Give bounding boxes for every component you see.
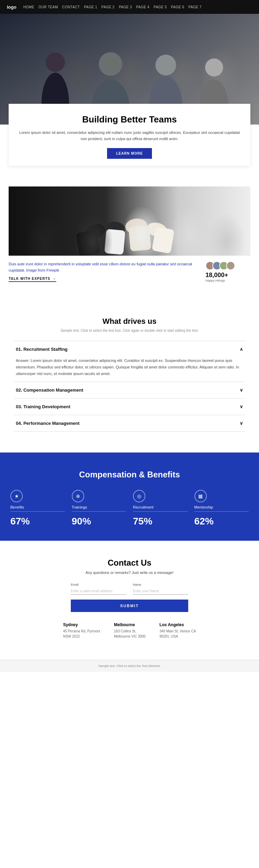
accordion-item-4: 04. Performance Management ∨ xyxy=(14,415,245,432)
svg-rect-17 xyxy=(152,227,174,254)
accordion-header-1[interactable]: 01. Recruitment Staffing ∧ xyxy=(14,341,245,357)
benefit-item-3: ◎ Recruitment 75% xyxy=(133,490,188,527)
learn-more-button[interactable]: LEARN MORE xyxy=(107,148,152,159)
benefits-section: Compensation & Benefits ★ Benefits 67% ⊕… xyxy=(0,453,259,541)
office-los-angeles: Los Angeles 340 Main St, Venice CA 90291… xyxy=(160,622,196,639)
office-sydney: Sydney 45 Pirrama Rd, Pyrmont NSW 2022 xyxy=(63,622,100,639)
svg-rect-15 xyxy=(104,229,125,255)
svg-point-10 xyxy=(83,221,107,241)
offices: Sydney 45 Pirrama Rd, Pyrmont NSW 2022 M… xyxy=(14,622,245,649)
nav-links: HOME OUR TEAM CONTACT PAGE 1 PAGE 2 PAGE… xyxy=(23,5,201,9)
nav-page2[interactable]: PAGE 2 xyxy=(102,5,115,9)
drives-subtitle: Sample text. Click to select the text bo… xyxy=(14,329,245,332)
benefit-pct-2: 90% xyxy=(72,516,91,527)
nav-our-team[interactable]: OUR TEAM xyxy=(38,5,58,9)
svg-point-2 xyxy=(46,53,65,72)
submit-button[interactable]: SUBMIT xyxy=(71,600,188,612)
office-melbourne: Melbourne 163 Collins St, Melbourne VIC … xyxy=(114,622,146,639)
benefit-item-2: ⊕ Trainings 90% xyxy=(72,490,126,527)
contact-subtitle: Any questions or remarks? Just write us … xyxy=(14,570,245,575)
stat-number: 18,000+ xyxy=(205,272,228,279)
hero-body: Lorem ipsum dolor sit amet, consectetur … xyxy=(19,130,240,142)
drives-title: What drives us xyxy=(14,317,245,326)
svg-rect-14 xyxy=(76,230,100,256)
nav-page3[interactable]: PAGE 3 xyxy=(119,5,132,9)
mentorship-icon: ▦ xyxy=(194,490,207,502)
talk-with-experts-link[interactable]: TALK WITH EXPERTS → xyxy=(9,277,56,282)
chevron-down-icon-3: ∨ xyxy=(240,404,243,409)
contact-form: Email Name SUBMIT xyxy=(14,583,245,612)
accordion-title-2: 02. Compensation Management xyxy=(16,387,83,393)
benefits-grid: ★ Benefits 67% ⊕ Trainings 90% ◎ Recruit… xyxy=(10,490,249,527)
email-field: Email xyxy=(71,583,126,595)
svg-point-12 xyxy=(125,218,148,235)
chevron-up-icon: ∧ xyxy=(240,347,243,352)
form-row: Email Name xyxy=(71,583,188,595)
benefit-pct-4: 62% xyxy=(194,516,214,527)
benefit-label-1: Benefits xyxy=(10,505,65,512)
benefit-item-4: ▦ Mentorship 62% xyxy=(194,490,249,527)
benefit-pct-3: 75% xyxy=(133,516,152,527)
accordion-header-3[interactable]: 03. Training Development ∨ xyxy=(14,399,245,415)
nav-contact[interactable]: CONTACT xyxy=(62,5,80,9)
footer-text: Sample text. Click to select the Text El… xyxy=(98,664,161,668)
chevron-down-icon-2: ∨ xyxy=(240,387,243,393)
name-field: Name xyxy=(133,583,188,595)
navbar: logo HOME OUR TEAM CONTACT PAGE 1 PAGE 2… xyxy=(0,0,259,14)
nav-logo: logo xyxy=(7,4,16,10)
email-input[interactable] xyxy=(71,588,126,595)
accordion: 01. Recruitment Staffing ∧ Answer: Lorem… xyxy=(14,341,245,432)
nav-home[interactable]: HOME xyxy=(23,5,34,9)
nav-page7[interactable]: PAGE 7 xyxy=(188,5,201,9)
team-text: Duis aute irure dolor in reprehenderit i… xyxy=(9,261,199,282)
accordion-item-1: 01. Recruitment Staffing ∧ Answer: Lorem… xyxy=(14,341,245,382)
accordion-title-4: 04. Performance Management xyxy=(16,421,79,426)
stat-label: Happy Hirings xyxy=(205,279,225,282)
name-label: Name xyxy=(133,583,141,586)
nav-page4[interactable]: PAGE 4 xyxy=(136,5,149,9)
hero-title: Building Better Teams xyxy=(19,114,240,125)
contact-title: Contact Us xyxy=(14,558,245,568)
svg-point-6 xyxy=(155,55,176,75)
benefit-label-4: Mentorship xyxy=(194,505,249,512)
accordion-header-2[interactable]: 02. Compensation Management ∨ xyxy=(14,382,245,398)
accordion-item-2: 02. Compensation Management ∨ xyxy=(14,382,245,399)
svg-point-13 xyxy=(145,220,169,239)
accordion-title-3: 03. Training Development xyxy=(16,404,70,409)
accordion-body-1: Answer: Lorem ipsum dolor sit amet, cons… xyxy=(14,357,245,382)
nav-page1[interactable]: PAGE 1 xyxy=(84,5,97,9)
avatar-group xyxy=(205,261,235,270)
benefit-label-2: Trainings xyxy=(72,505,126,512)
team-description: Duis aute irure dolor in reprehenderit i… xyxy=(9,261,199,273)
footer: Sample text. Click to select the Text El… xyxy=(0,660,259,672)
svg-point-11 xyxy=(105,220,126,236)
benefit-item-1: ★ Benefits 67% xyxy=(10,490,65,527)
email-label: Email xyxy=(71,583,79,586)
avatar xyxy=(226,261,235,270)
hero-card: Building Better Teams Lorem ipsum dolor … xyxy=(9,104,250,166)
nav-page6[interactable]: PAGE 6 xyxy=(171,5,184,9)
svg-rect-9 xyxy=(9,186,250,256)
accordion-header-4[interactable]: 04. Performance Management ∨ xyxy=(14,415,245,431)
chevron-down-icon-4: ∨ xyxy=(240,421,243,426)
team-info: Duis aute irure dolor in reprehenderit i… xyxy=(9,261,250,282)
name-input[interactable] xyxy=(133,588,188,595)
accordion-answer-1: Answer: Lorem ipsum dolor sit amet, cons… xyxy=(16,357,243,377)
benefit-pct-1: 67% xyxy=(10,516,30,527)
nav-page5[interactable]: PAGE 5 xyxy=(154,5,167,9)
team-stats: 18,000+ Happy Hirings xyxy=(205,261,250,282)
benefits-title: Compensation & Benefits xyxy=(10,470,249,479)
benefit-label-3: Recruitment xyxy=(133,505,188,512)
contact-section: Contact Us Any questions or remarks? Jus… xyxy=(0,541,259,660)
accordion-title-1: 01. Recruitment Staffing xyxy=(16,347,68,352)
recruitment-icon: ◎ xyxy=(133,490,145,502)
accordion-item-3: 03. Training Development ∨ xyxy=(14,399,245,415)
benefits-icon: ★ xyxy=(10,490,23,502)
trainings-icon: ⊕ xyxy=(72,490,84,502)
team-image xyxy=(9,186,250,256)
drives-section: What drives us Sample text. Click to sel… xyxy=(0,300,259,439)
svg-rect-16 xyxy=(128,226,151,252)
svg-point-8 xyxy=(205,58,223,76)
team-section: Duis aute irure dolor in reprehenderit i… xyxy=(9,186,250,282)
svg-point-4 xyxy=(99,52,122,76)
